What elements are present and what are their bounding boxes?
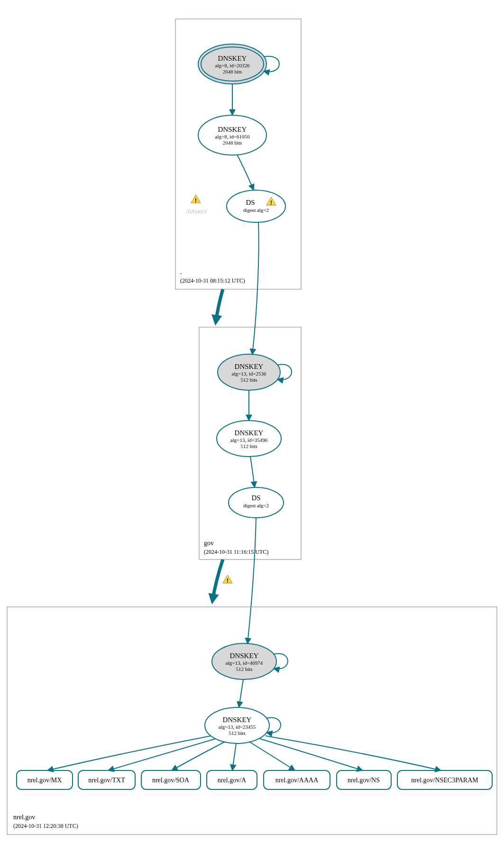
node-gov-ds: DS digest alg=2	[229, 487, 284, 518]
zone-label-gov: gov	[204, 540, 214, 547]
edge-delegation-gov-to-nrel	[212, 559, 223, 601]
zone-timestamp-gov: (2024-10-31 11:16:15 UTC)	[204, 549, 268, 555]
svg-text:nrel.gov/NS: nrel.gov/NS	[348, 777, 380, 784]
edge-zsk-to-mx	[47, 736, 211, 770]
node-root-ksk: DNSKEY alg=8, id=20326 2048 bits	[198, 44, 266, 84]
svg-text:nrel.gov/SOA: nrel.gov/SOA	[152, 777, 190, 784]
edge-zsk-to-soa	[172, 742, 225, 770]
edge-delegation-root-to-gov	[216, 289, 223, 322]
warning-icon	[223, 575, 232, 584]
node-gov-ksk: DNSKEY alg=13, id=2536 512 bits	[218, 354, 280, 390]
edge-gov-zsk-to-ds	[250, 457, 255, 487]
node-nrel-ksk-line3: 512 bits	[236, 666, 252, 672]
node-gov-ksk-line3: 512 bits	[240, 377, 257, 383]
edge-root-zsk-to-ds	[237, 155, 254, 190]
node-root-ksk-line3: 2048 bits	[223, 69, 242, 74]
node-root-faded-dnskey: ./DNSKEY	[185, 195, 208, 214]
rrset-ns: nrel.gov/NS	[337, 770, 391, 789]
node-gov-ds-line2: digest alg=2	[243, 503, 269, 508]
svg-text:nrel.gov/AAAA: nrel.gov/AAAA	[275, 777, 319, 784]
node-nrel-zsk-title: DNSKEY	[223, 716, 252, 724]
zone-label-root: .	[180, 268, 182, 275]
node-gov-zsk-title: DNSKEY	[235, 429, 264, 437]
node-root-ksk-line2: alg=8, id=20326	[215, 63, 250, 68]
svg-point-4	[227, 190, 285, 222]
zone-timestamp-nrel: (2024-10-31 12:20:38 UTC)	[13, 823, 78, 829]
svg-text:nrel.gov/A: nrel.gov/A	[218, 777, 247, 784]
node-gov-ksk-line2: alg=13, id=2536	[232, 371, 266, 376]
node-gov-zsk-line3: 512 bits	[240, 443, 257, 449]
rrset-aaaa: nrel.gov/AAAA	[264, 770, 330, 789]
edge-zsk-to-ns	[260, 739, 363, 770]
rrset-soa: nrel.gov/SOA	[141, 770, 201, 789]
node-nrel-ksk-title: DNSKEY	[230, 652, 259, 660]
node-nrel-ksk: DNSKEY alg=13, id=46974 512 bits	[212, 643, 276, 679]
node-nrel-zsk-line3: 512 bits	[229, 730, 245, 736]
node-root-faded-label: ./DNSKEY	[185, 209, 208, 214]
edge-zsk-to-a	[232, 743, 236, 770]
edge-nrel-ksk-to-zsk	[239, 679, 243, 707]
node-gov-zsk-line2: alg=13, id=35496	[230, 437, 268, 443]
zone-label-nrel: nrel.gov	[13, 814, 35, 821]
rrset-txt: nrel.gov/TXT	[78, 770, 135, 789]
edge-root-ds-to-gov-ksk	[252, 222, 259, 355]
node-nrel-zsk-line2: alg=13, id=23455	[219, 724, 256, 730]
node-nrel-zsk: DNSKEY alg=13, id=23455 512 bits	[205, 707, 269, 743]
node-gov-zsk: DNSKEY alg=13, id=35496 512 bits	[217, 421, 281, 457]
edge-zsk-to-txt	[108, 739, 216, 770]
edge-zsk-to-aaaa	[249, 742, 295, 770]
rrset-mx: nrel.gov/MX	[17, 770, 73, 789]
node-root-ds-title: DS	[246, 199, 255, 206]
node-root-ds-line2: digest alg=2	[243, 207, 269, 213]
rrset-a: nrel.gov/A	[207, 770, 257, 789]
zone-timestamp-root: (2024-10-31 08:15:12 UTC)	[180, 277, 245, 284]
warning-icon	[191, 195, 201, 204]
edge-gov-ds-to-nrel-ksk	[247, 518, 256, 644]
node-gov-ds-title: DS	[251, 494, 260, 502]
svg-text:nrel.gov/TXT: nrel.gov/TXT	[88, 777, 125, 784]
node-root-ksk-title: DNSKEY	[218, 55, 247, 62]
node-root-zsk-line3: 2048 bits	[223, 140, 242, 146]
svg-text:nrel.gov/MX: nrel.gov/MX	[27, 777, 62, 784]
rrset-nsec3param: nrel.gov/NSEC3PARAM	[397, 770, 492, 789]
node-gov-ksk-title: DNSKEY	[235, 363, 264, 370]
node-root-zsk: DNSKEY alg=8, id=61050 2048 bits	[198, 115, 266, 155]
node-root-ds: DS digest alg=2	[227, 190, 285, 222]
node-root-zsk-title: DNSKEY	[218, 126, 247, 133]
edge-zsk-to-nsec3param	[266, 736, 441, 770]
node-root-zsk-line2: alg=8, id=61050	[215, 134, 250, 139]
node-nrel-ksk-line2: alg=13, id=46974	[226, 660, 263, 666]
svg-text:nrel.gov/NSEC3PARAM: nrel.gov/NSEC3PARAM	[411, 777, 478, 784]
